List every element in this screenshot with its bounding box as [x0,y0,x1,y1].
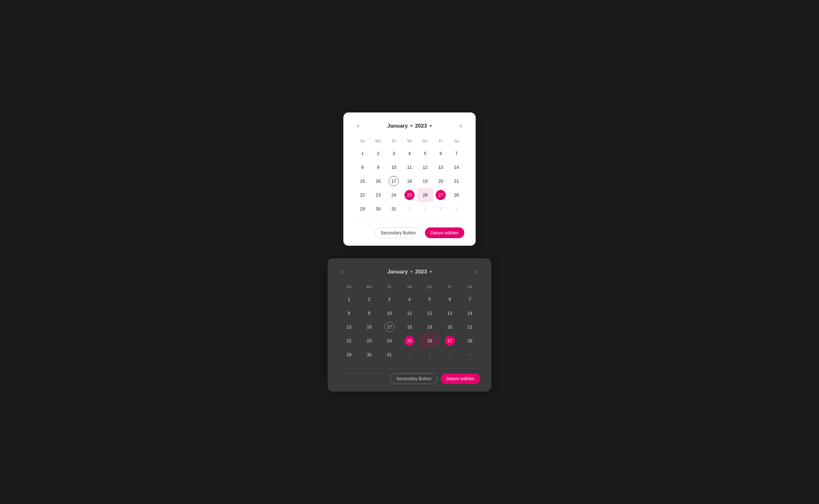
year-dropdown-arrow-dark[interactable]: ▾ [430,269,432,274]
weekday-header: Do [420,283,440,292]
calendar-day[interactable]: 27 [440,334,460,348]
calendar-day[interactable]: 14 [460,306,480,320]
calendar-week-row: 22232425262728 [355,188,464,202]
day-number: 21 [465,322,475,332]
calendar-day[interactable]: 8 [339,306,359,320]
calendar-week-row: 15161718192021 [355,174,464,188]
calendar-day[interactable]: 30 [370,202,386,216]
day-number: 4 [451,204,461,214]
calendar-day[interactable]: 1 [399,348,420,362]
secondary-button[interactable]: Secondary Button [375,227,421,238]
calendar-day[interactable]: 4 [402,146,417,160]
calendar-week-row: 891011121314 [355,160,464,174]
calendar-day[interactable]: 25 [399,334,420,348]
calendar-day[interactable]: 26 [417,188,433,202]
calendar-week-row: 2930311234 [355,202,464,216]
calendar-day[interactable]: 15 [339,320,359,334]
next-month-button[interactable]: › [457,121,464,130]
calendar-day[interactable]: 18 [402,174,417,188]
calendar-day[interactable]: 24 [386,188,402,202]
calendar-day[interactable]: 8 [355,160,370,174]
calendar-day[interactable]: 31 [386,202,402,216]
calendar-day[interactable]: 30 [359,348,379,362]
calendar-day[interactable]: 5 [420,292,440,306]
calendar-day[interactable]: 11 [402,160,417,174]
calendar-day[interactable]: 27 [433,188,449,202]
calendar-day[interactable]: 6 [433,146,449,160]
prev-month-button-dark[interactable]: ‹ [339,267,346,276]
calendar-day[interactable]: 25 [402,188,417,202]
secondary-button-dark[interactable]: Secondary Button [390,373,437,384]
calendar-day[interactable]: 22 [339,334,359,348]
day-number: 3 [384,294,394,304]
calendar-day[interactable]: 9 [370,160,386,174]
calendar-day[interactable]: 6 [440,292,460,306]
calendar-day[interactable]: 3 [440,348,460,362]
calendar-day[interactable]: 21 [460,320,480,334]
calendar-day[interactable]: 13 [433,160,449,174]
calendar-day[interactable]: 4 [460,348,480,362]
calendar-day[interactable]: 29 [355,202,370,216]
day-number: 25 [404,190,415,200]
calendar-day[interactable]: 13 [440,306,460,320]
calendar-week-row: 15161718192021 [339,320,480,334]
day-number: 18 [404,176,415,186]
calendar-day[interactable]: 21 [449,174,464,188]
calendar-day[interactable]: 23 [359,334,379,348]
calendar-day[interactable]: 3 [379,292,399,306]
month-dropdown-arrow[interactable]: ▾ [410,123,413,128]
calendar-week-row: 1234567 [339,292,480,306]
calendar-day[interactable]: 24 [379,334,399,348]
calendar-day[interactable]: 26 [420,334,440,348]
primary-button-dark[interactable]: Datum wählen [441,373,480,384]
calendar-day[interactable]: 19 [420,320,440,334]
calendar-day[interactable]: 20 [440,320,460,334]
primary-button[interactable]: Datum wählen [425,227,465,238]
calendar-day[interactable]: 1 [355,146,370,160]
calendar-day[interactable]: 4 [449,202,464,216]
calendar-day[interactable]: 7 [460,292,480,306]
calendar-day[interactable]: 4 [399,292,420,306]
calendar-day[interactable]: 5 [417,146,433,160]
calendar-day[interactable]: 14 [449,160,464,174]
day-number: 4 [465,350,475,360]
calendar-day[interactable]: 28 [460,334,480,348]
calendar-day[interactable]: 17 [379,320,399,334]
calendar-day[interactable]: 12 [417,160,433,174]
calendar-day[interactable]: 3 [386,146,402,160]
calendar-day[interactable]: 11 [399,306,420,320]
next-month-button-dark[interactable]: › [473,267,480,276]
weekday-header: Mo [370,137,386,146]
calendar-day[interactable]: 1 [339,292,359,306]
prev-month-button[interactable]: ‹ [355,121,362,130]
calendar-day[interactable]: 22 [355,188,370,202]
calendar-day[interactable]: 31 [379,348,399,362]
year-dropdown-arrow[interactable]: ▾ [430,123,432,128]
calendar-day[interactable]: 9 [359,306,379,320]
calendar-day[interactable]: 3 [433,202,449,216]
calendar-day[interactable]: 2 [359,292,379,306]
calendar-day[interactable]: 2 [370,146,386,160]
month-dropdown-arrow-dark[interactable]: ▾ [410,269,413,274]
day-number: 12 [420,162,430,172]
calendar-day[interactable]: 16 [370,174,386,188]
calendar-day[interactable]: 29 [339,348,359,362]
calendar-day[interactable]: 20 [433,174,449,188]
dark-calendar: ‹ January ▾ 2023 ▾ › SoMoDiMiDoFrSa 1234… [328,258,491,392]
calendar-day[interactable]: 18 [399,320,420,334]
calendar-day[interactable]: 2 [420,348,440,362]
calendar-day[interactable]: 10 [379,306,399,320]
calendar-day[interactable]: 28 [449,188,464,202]
calendar-day[interactable]: 23 [370,188,386,202]
calendar-day[interactable]: 16 [359,320,379,334]
calendar-day[interactable]: 7 [449,146,464,160]
calendar-day[interactable]: 19 [417,174,433,188]
calendar-day[interactable]: 17 [386,174,402,188]
calendar-day[interactable]: 15 [355,174,370,188]
year-label-dark: 2023 [415,269,427,275]
calendar-day[interactable]: 12 [420,306,440,320]
calendar-day[interactable]: 1 [402,202,417,216]
calendar-day[interactable]: 2 [417,202,433,216]
day-number: 5 [425,294,435,304]
calendar-day[interactable]: 10 [386,160,402,174]
